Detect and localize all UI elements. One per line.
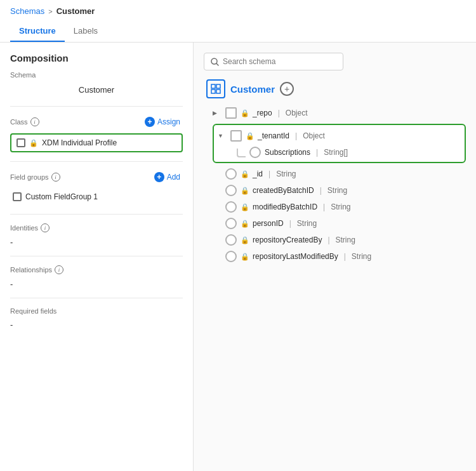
add-fg-button[interactable]: + Add bbox=[152, 171, 183, 183]
table-row[interactable]: 🔒 _id | String bbox=[213, 166, 466, 182]
required-fields-label: Required fields bbox=[10, 307, 56, 315]
expand-repo-icon[interactable]: ▶ bbox=[213, 110, 217, 116]
breadcrumb-current: Customer bbox=[56, 6, 95, 16]
identities-info-icon[interactable]: i bbox=[41, 223, 50, 232]
fg-label: Field groups i bbox=[10, 173, 60, 182]
tree-header: Customer + bbox=[206, 79, 466, 98]
id-label: _id bbox=[253, 169, 263, 178]
person-type: String bbox=[297, 219, 317, 228]
created-label: createdByBatchID bbox=[253, 186, 314, 195]
composition-title: Composition bbox=[10, 53, 183, 63]
person-label: personID bbox=[253, 219, 284, 228]
schema-root-label: Customer bbox=[230, 84, 275, 95]
fg-item-label: Custom FieldGroup 1 bbox=[25, 192, 98, 201]
expand-tenant-icon[interactable]: ▼ bbox=[218, 133, 223, 139]
person-circle-icon bbox=[225, 218, 237, 229]
repo-created-type: String bbox=[336, 236, 355, 244]
search-icon bbox=[211, 58, 219, 66]
modified-circle-icon bbox=[225, 201, 237, 213]
fg-checkbox[interactable] bbox=[13, 192, 22, 201]
divider-3 bbox=[10, 214, 183, 215]
schema-grid-icon[interactable] bbox=[206, 79, 225, 98]
id-lock-icon: 🔒 bbox=[241, 170, 249, 178]
fg-plus-icon: + bbox=[154, 172, 164, 182]
tenant-name: 🔒 _tenantId | Object bbox=[246, 131, 325, 140]
table-row[interactable]: 🔒 modifiedByBatchID | String bbox=[213, 199, 466, 215]
schema-name: Customer bbox=[10, 83, 183, 97]
tenant-type: Object bbox=[303, 131, 325, 140]
table-row[interactable]: 🔒 repositoryLastModifiedBy | String bbox=[213, 248, 466, 265]
fg-section-header: Field groups i + Add bbox=[10, 171, 183, 183]
table-row[interactable]: ▶ 🔒 _repo | Object bbox=[213, 105, 466, 121]
left-panel: Composition Schema Customer Class i + As… bbox=[0, 43, 194, 471]
svg-rect-2 bbox=[211, 84, 215, 88]
person-lock-icon: 🔒 bbox=[241, 220, 249, 228]
modified-sep: | bbox=[323, 202, 325, 211]
class-info-icon[interactable]: i bbox=[30, 117, 39, 126]
repo-square-icon bbox=[225, 107, 237, 119]
required-fields-value: - bbox=[10, 320, 183, 329]
class-item-label: XDM Individual Profile bbox=[42, 138, 117, 147]
repo-created-sep: | bbox=[327, 236, 329, 244]
created-type: String bbox=[327, 186, 347, 195]
tabs: Structure Labels bbox=[10, 21, 466, 42]
repo-modified-label: repositoryLastModifiedBy bbox=[253, 252, 338, 261]
divider-2 bbox=[10, 161, 183, 162]
svg-rect-3 bbox=[216, 84, 220, 88]
schema-add-button[interactable]: + bbox=[280, 82, 294, 96]
search-input[interactable] bbox=[223, 57, 336, 66]
repo-modified-sep: | bbox=[344, 252, 346, 261]
tenant-square-icon bbox=[230, 130, 242, 142]
repo-sep: | bbox=[278, 109, 280, 117]
tab-structure[interactable]: Structure bbox=[10, 21, 65, 42]
divider-1 bbox=[10, 106, 183, 107]
subscriptions-circle-icon bbox=[249, 147, 261, 158]
tree-nodes: ▶ 🔒 _repo | Object ▼ bbox=[206, 105, 466, 265]
repo-modified-name: 🔒 repositoryLastModifiedBy | String bbox=[241, 252, 371, 261]
right-panel: Customer + ▶ 🔒 _repo | Object bbox=[194, 43, 476, 471]
class-item[interactable]: 🔒 XDM Individual Profile bbox=[10, 133, 183, 152]
subscriptions-label: Subscriptions bbox=[265, 148, 310, 157]
divider-5 bbox=[10, 298, 183, 298]
table-row[interactable]: Subscriptions | String[] bbox=[218, 144, 461, 159]
table-row[interactable]: ▼ 🔒 _tenantId | Object bbox=[218, 128, 461, 144]
subscriptions-type: String[] bbox=[324, 148, 348, 157]
table-row[interactable]: 🔒 personID | String bbox=[213, 215, 466, 232]
person-sep: | bbox=[289, 219, 291, 228]
fg-info-icon[interactable]: i bbox=[51, 173, 60, 182]
header: Schemas > Customer Structure Labels bbox=[0, 0, 476, 43]
repo-created-name: 🔒 repositoryCreatedBy | String bbox=[241, 236, 355, 244]
class-checkbox[interactable] bbox=[17, 138, 25, 147]
relationships-section-header: Relationships i bbox=[10, 265, 183, 274]
svg-line-1 bbox=[216, 63, 218, 65]
table-row[interactable]: 🔒 createdByBatchID | String bbox=[213, 182, 466, 199]
created-lock-icon: 🔒 bbox=[241, 187, 249, 195]
table-row[interactable]: 🔒 repositoryCreatedBy | String bbox=[213, 232, 466, 248]
id-sep: | bbox=[268, 169, 270, 178]
svg-rect-5 bbox=[216, 90, 220, 93]
subscriptions-sep: | bbox=[316, 148, 318, 157]
id-name: 🔒 _id | String bbox=[241, 169, 296, 178]
repo-modified-lock-icon: 🔒 bbox=[241, 253, 249, 261]
identities-section-header: Identities i bbox=[10, 223, 183, 232]
id-circle-icon bbox=[225, 168, 237, 180]
class-lock-icon: 🔒 bbox=[29, 139, 38, 147]
repo-modified-type: String bbox=[352, 252, 371, 261]
tenant-lock-icon: 🔒 bbox=[246, 132, 255, 140]
assign-button[interactable]: + Assign bbox=[142, 116, 183, 128]
search-bar[interactable] bbox=[204, 53, 343, 70]
repo-created-lock-icon: 🔒 bbox=[241, 236, 249, 244]
modified-label: modifiedByBatchID bbox=[253, 202, 317, 211]
class-label: Class i bbox=[10, 117, 39, 126]
repo-lock-icon: 🔒 bbox=[241, 109, 249, 117]
fg-item[interactable]: Custom FieldGroup 1 bbox=[10, 189, 183, 205]
id-type: String bbox=[276, 169, 296, 178]
tenant-label: _tenantId bbox=[258, 131, 289, 140]
tab-labels[interactable]: Labels bbox=[65, 21, 107, 42]
relationships-info-icon[interactable]: i bbox=[55, 265, 63, 274]
required-fields-section-header: Required fields bbox=[10, 307, 183, 315]
divider-4 bbox=[10, 256, 183, 256]
repo-created-circle-icon bbox=[225, 234, 237, 246]
schemas-link[interactable]: Schemas bbox=[10, 6, 44, 16]
assign-plus-icon: + bbox=[145, 117, 155, 127]
